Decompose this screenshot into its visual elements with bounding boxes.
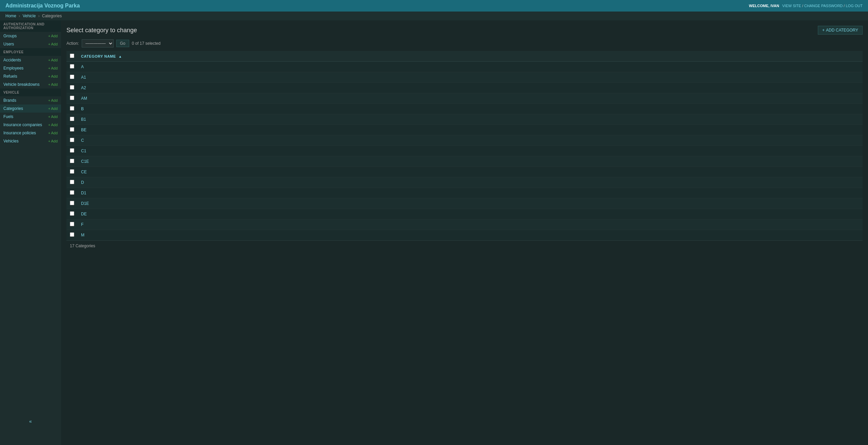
sidebar-add-users[interactable]: + Add (48, 42, 58, 46)
category-name-link[interactable]: C1 (81, 149, 86, 153)
category-name-link[interactable]: D (81, 180, 84, 185)
category-name-cell: A (78, 62, 863, 72)
change-password-link[interactable]: CHANGE PASSWORD (804, 4, 843, 8)
table-footer: 17 Categories (66, 240, 863, 251)
sidebar-add-accidents[interactable]: + Add (48, 58, 58, 62)
table-header-row: CATEGORY NAME ▲ (66, 51, 863, 62)
row-checkbox-cell (66, 72, 78, 83)
select-all-header[interactable] (66, 51, 78, 62)
breadcrumb-vehicle[interactable]: Vehicle (23, 14, 36, 18)
row-checkbox-cell (66, 219, 78, 230)
sidebar-item-vehicles[interactable]: Vehicles + Add (0, 137, 61, 145)
row-checkbox[interactable] (70, 138, 74, 142)
category-name-label: CATEGORY NAME (81, 54, 116, 58)
row-checkbox-cell (66, 177, 78, 188)
add-category-button[interactable]: + ADD CATEGORY (818, 26, 863, 35)
sidebar-add-categories[interactable]: + Add (48, 107, 58, 111)
row-checkbox[interactable] (70, 148, 74, 153)
category-name-link[interactable]: M (81, 233, 84, 237)
page-title: Select category to change (66, 27, 137, 34)
row-checkbox[interactable] (70, 159, 74, 163)
user-info: WELCOME, IVAN VIEW SITE / CHANGE PASSWOR… (749, 4, 863, 8)
table-row: D1E (66, 198, 863, 209)
row-checkbox[interactable] (70, 106, 74, 111)
sidebar-add-employees[interactable]: + Add (48, 66, 58, 70)
category-name-link[interactable]: C (81, 138, 84, 143)
row-checkbox[interactable] (70, 64, 74, 69)
category-name-cell: C1 (78, 146, 863, 156)
sidebar-label-accidents: Accidents (3, 58, 21, 62)
action-bar: Action: ————— Go 0 of 17 selected (66, 39, 863, 47)
sidebar-add-fuels[interactable]: + Add (48, 115, 58, 119)
category-name-link[interactable]: A (81, 64, 84, 69)
category-name-link[interactable]: F (81, 222, 83, 227)
category-name-cell: AM (78, 93, 863, 104)
sidebar-item-groups[interactable]: Groups + Add (0, 32, 61, 40)
category-name-header[interactable]: CATEGORY NAME ▲ (78, 51, 863, 62)
row-checkbox[interactable] (70, 201, 74, 205)
sidebar-section-vehicle: Vehicle (0, 89, 61, 96)
go-button[interactable]: Go (116, 40, 129, 47)
row-checkbox-cell (66, 230, 78, 240)
sidebar-label-insurance-companies: Insurance companies (3, 122, 42, 127)
row-checkbox[interactable] (70, 211, 74, 216)
sidebar-add-vehicles[interactable]: + Add (48, 139, 58, 143)
sidebar-add-insurance-companies[interactable]: + Add (48, 123, 58, 127)
sidebar-item-employees[interactable]: Employees + Add (0, 64, 61, 72)
action-select[interactable]: ————— (82, 39, 114, 47)
category-name-link[interactable]: AM (81, 96, 87, 101)
sidebar-item-fuels[interactable]: Fuels + Add (0, 113, 61, 121)
category-name-link[interactable]: B (81, 107, 84, 111)
select-all-checkbox[interactable] (70, 54, 74, 58)
sort-icon: ▲ (118, 55, 122, 58)
sidebar-item-insurance-companies[interactable]: Insurance companies + Add (0, 121, 61, 129)
log-out-link[interactable]: LOG OUT (846, 4, 863, 8)
category-name-link[interactable]: C1E (81, 159, 89, 164)
table-row: A1 (66, 72, 863, 83)
breadcrumb-categories: Categories (42, 14, 62, 18)
sidebar-item-brands[interactable]: Brands + Add (0, 96, 61, 104)
sidebar-item-categories[interactable]: Categories + Add (0, 104, 61, 113)
category-name-link[interactable]: D1 (81, 191, 86, 195)
sidebar-item-accidents[interactable]: Accidents + Add (0, 56, 61, 64)
row-checkbox-cell (66, 62, 78, 72)
sidebar-add-refuels[interactable]: + Add (48, 74, 58, 78)
sidebar: Authentication and Authorization Groups … (0, 20, 61, 445)
sidebar-collapse-button[interactable]: « (0, 416, 61, 427)
row-checkbox[interactable] (70, 96, 74, 100)
table-row: AM (66, 93, 863, 104)
row-checkbox-cell (66, 198, 78, 209)
sidebar-label-vehicle-breakdowns: Vehicle breakdowns (3, 82, 40, 87)
row-checkbox[interactable] (70, 222, 74, 226)
row-checkbox[interactable] (70, 180, 74, 184)
breadcrumb-home[interactable]: Home (5, 14, 16, 18)
sidebar-item-refuels[interactable]: Refuels + Add (0, 72, 61, 80)
sidebar-add-insurance-policies[interactable]: + Add (48, 131, 58, 135)
category-name-link[interactable]: A1 (81, 75, 86, 80)
row-checkbox[interactable] (70, 232, 74, 237)
view-site-link[interactable]: VIEW SITE (782, 4, 801, 8)
category-name-link[interactable]: A2 (81, 85, 86, 90)
sidebar-add-vehicle-breakdowns[interactable]: + Add (48, 82, 58, 86)
row-checkbox[interactable] (70, 190, 74, 195)
sidebar-item-users[interactable]: Users + Add (0, 40, 61, 48)
sidebar-item-vehicle-breakdowns[interactable]: Vehicle breakdowns + Add (0, 80, 61, 89)
sidebar-item-insurance-policies[interactable]: Insurance policies + Add (0, 129, 61, 137)
row-checkbox[interactable] (70, 169, 74, 174)
category-name-link[interactable]: DE (81, 212, 87, 216)
row-checkbox-cell (66, 209, 78, 219)
row-checkbox[interactable] (70, 127, 74, 132)
row-checkbox-cell (66, 83, 78, 93)
sidebar-add-groups[interactable]: + Add (48, 34, 58, 38)
row-checkbox[interactable] (70, 75, 74, 79)
row-checkbox[interactable] (70, 117, 74, 121)
table-row: C1 (66, 146, 863, 156)
sidebar-add-brands[interactable]: + Add (48, 98, 58, 102)
table-row: B (66, 104, 863, 114)
category-name-link[interactable]: B1 (81, 117, 86, 122)
category-name-link[interactable]: BE (81, 128, 86, 132)
row-checkbox[interactable] (70, 85, 74, 90)
category-name-cell: B1 (78, 114, 863, 125)
category-name-link[interactable]: D1E (81, 201, 89, 206)
category-name-link[interactable]: CE (81, 170, 87, 174)
